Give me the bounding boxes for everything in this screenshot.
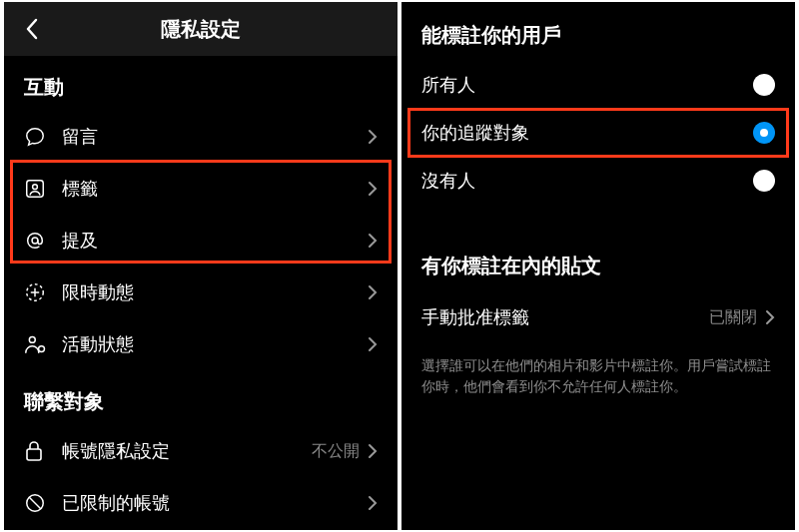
svg-point-2: [32, 238, 38, 244]
row-blocked-accounts[interactable]: 封鎖的帳號: [4, 529, 398, 530]
chevron-right-icon: [368, 336, 378, 352]
svg-rect-6: [27, 449, 41, 460]
chevron-right-icon: [368, 284, 378, 300]
row-label: 留言: [62, 125, 368, 149]
option-everyone[interactable]: 所有人: [401, 61, 795, 109]
row-restricted-accounts[interactable]: 已限制的帳號: [4, 477, 398, 529]
chevron-right-icon: [368, 495, 378, 511]
chevron-right-icon: [368, 233, 378, 249]
row-label: 手動批准標籤: [421, 305, 709, 329]
activity-status-icon: [24, 333, 48, 355]
add-story-icon: [24, 281, 46, 303]
svg-point-5: [39, 346, 45, 352]
row-trail-value: 已關閉: [709, 307, 757, 328]
row-label: 帳號隱私設定: [62, 439, 312, 463]
section-header-contacts: 聯繫對象: [4, 370, 398, 425]
row-label: 活動狀態: [62, 332, 368, 356]
svg-point-1: [33, 185, 38, 190]
section-header-tagged-posts: 有你標註在內的貼文: [401, 233, 795, 291]
row-account-privacy[interactable]: 帳號隱私設定 不公開: [4, 425, 398, 477]
chevron-right-icon: [765, 309, 775, 325]
radio-selected-icon: [753, 122, 775, 144]
svg-point-4: [29, 336, 35, 342]
chevron-right-icon: [368, 129, 378, 145]
radio-icon: [753, 74, 775, 96]
settings-description: 選擇誰可以在他們的相片和影片中標註你。用戶嘗試標註你時，他們會看到你不允許任何人…: [401, 343, 795, 397]
page-title: 隱私設定: [44, 16, 358, 43]
header-bar: 隱私設定: [4, 2, 398, 56]
row-comments[interactable]: 留言: [4, 111, 398, 163]
chevron-right-icon: [368, 181, 378, 197]
chevron-right-icon: [368, 443, 378, 459]
row-label: 標籤: [62, 177, 368, 201]
option-people-you-follow[interactable]: 你的追蹤對象: [401, 109, 795, 157]
row-label: 限時動態: [62, 280, 368, 304]
row-stories[interactable]: 限時動態: [4, 266, 398, 318]
back-button[interactable]: [20, 17, 44, 41]
restricted-icon: [24, 492, 46, 514]
chevron-left-icon: [25, 18, 39, 40]
option-label: 你的追蹤對象: [421, 121, 753, 145]
row-label: 提及: [62, 229, 368, 253]
lock-icon: [24, 440, 44, 462]
tag-settings-screen: 能標註你的用戶 所有人 你的追蹤對象 沒有人 有你標註在內的貼文 手動批准標籤 …: [401, 2, 795, 530]
option-label: 所有人: [421, 73, 753, 97]
option-no-one[interactable]: 沒有人: [401, 157, 795, 205]
privacy-settings-screen: 隱私設定 互動 留言 標籤 提及 限時動態 活動狀態 聯繫對象 帳號隱私設定 不…: [4, 2, 398, 530]
row-tags[interactable]: 標籤: [4, 163, 398, 215]
row-label: 已限制的帳號: [62, 491, 368, 515]
row-trail-value: 不公開: [312, 441, 360, 462]
person-tag-icon: [24, 178, 46, 200]
section-header-interaction: 互動: [4, 56, 398, 111]
section-header-who-can-tag: 能標註你的用戶: [401, 2, 795, 61]
row-activity-status[interactable]: 活動狀態: [4, 318, 398, 370]
row-manual-approve-tags[interactable]: 手動批准標籤 已關閉: [401, 291, 795, 343]
row-mentions[interactable]: 提及: [4, 215, 398, 266]
option-label: 沒有人: [421, 169, 753, 193]
chat-bubble-icon: [24, 126, 46, 148]
at-icon: [24, 230, 46, 252]
radio-icon: [753, 170, 775, 192]
